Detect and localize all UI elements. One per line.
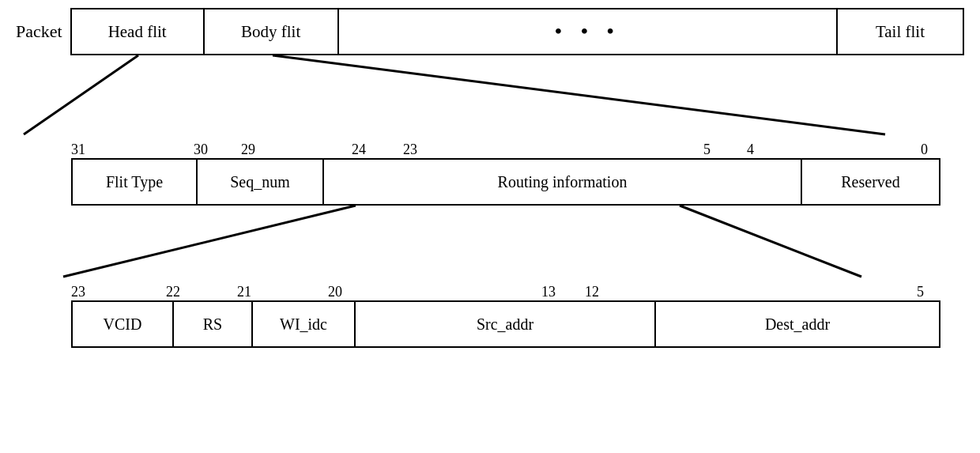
wi-idc-box: WI_idc (253, 300, 356, 348)
bit3-21: 21 (237, 284, 251, 300)
flit-type-box: Flit Type (71, 158, 198, 206)
bit3-20: 20 (328, 284, 342, 300)
bit-4: 4 (747, 142, 754, 158)
bit-labels-row3: 23 22 21 20 13 12 5 (71, 277, 940, 300)
src-addr-box: Src_addr (356, 300, 656, 348)
tail-flit-box: Tail flit (838, 8, 964, 55)
bit3-22: 22 (166, 284, 180, 300)
body-flit-box: Body flit (205, 8, 339, 55)
bit3-13: 13 (541, 284, 556, 300)
bit-30: 30 (194, 142, 208, 158)
bit3-23: 23 (71, 284, 85, 300)
connector1 (16, 55, 964, 134)
bit-24: 24 (352, 142, 366, 158)
dots-box: • • • (339, 8, 838, 55)
bit-31: 31 (71, 142, 85, 158)
rs-box: RS (174, 300, 253, 348)
dest-addr-box: Dest_addr (656, 300, 940, 348)
svg-line-2 (63, 206, 356, 277)
packet-row: Packet Head flit Body flit • • • Tail fl… (16, 8, 964, 55)
connector-lines-2 (16, 206, 964, 277)
packet-diagram: Packet Head flit Body flit • • • Tail fl… (16, 8, 964, 348)
connector-lines-1 (16, 55, 964, 134)
bit-labels-row2: 31 30 29 24 23 5 4 0 (71, 134, 940, 158)
bit-29: 29 (241, 142, 255, 158)
svg-line-0 (24, 55, 138, 134)
bit-5: 5 (703, 142, 710, 158)
row3-fields: VCID RS WI_idc Src_addr Dest_addr (71, 300, 940, 348)
bit3-12: 12 (585, 284, 599, 300)
reserved-box: Reserved (802, 158, 940, 206)
vcid-box: VCID (71, 300, 174, 348)
head-flit-box: Head flit (70, 8, 205, 55)
connector2 (16, 206, 964, 277)
routing-box: Routing information (324, 158, 802, 206)
packet-label: Packet (16, 8, 70, 55)
seq-num-box: Seq_num (198, 158, 324, 206)
bit3-5: 5 (917, 284, 924, 300)
svg-line-3 (680, 206, 861, 277)
bit-23: 23 (403, 142, 417, 158)
svg-line-1 (273, 55, 885, 134)
bit-0: 0 (921, 142, 928, 158)
row2-fields: Flit Type Seq_num Routing information Re… (71, 158, 940, 206)
